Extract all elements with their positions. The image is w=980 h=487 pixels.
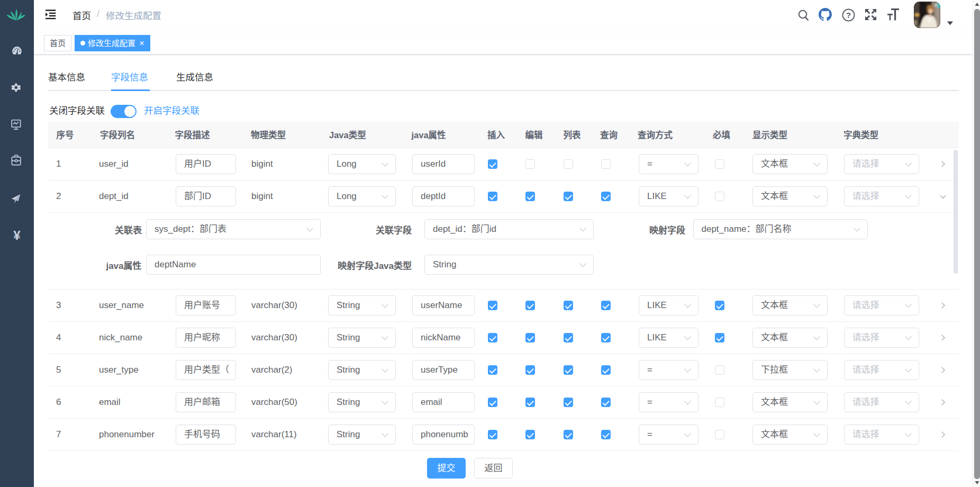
svg-text:?: ? xyxy=(846,11,851,20)
